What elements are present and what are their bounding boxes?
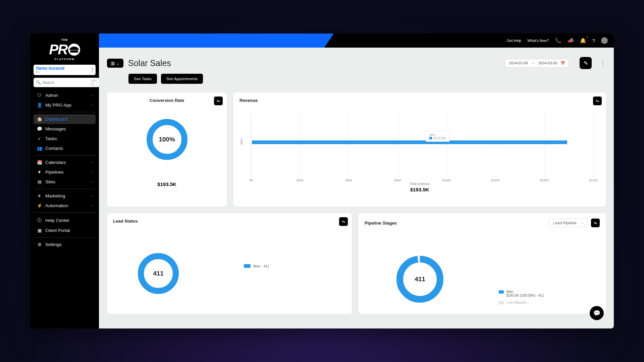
revenue-bar-chart: Won Won $193,500 $0$30K$60K$90K$120K$150… [251, 114, 592, 178]
legend-item: Won $193.5K (100.00%) - 411 [499, 290, 544, 297]
sidebar-item-helpcenter[interactable]: ⓘ Help Center [34, 215, 96, 226]
search-icon: 🔍 [36, 80, 41, 85]
logo-top: THE [61, 38, 68, 42]
shield-icon: 🛡 [37, 93, 42, 98]
sliders-icon: ⇋ [594, 221, 597, 225]
sidebar-item-settings[interactable]: ⚙ Settings [34, 240, 96, 249]
sidebar-item-marketing[interactable]: ✈ Marketing › [34, 191, 96, 201]
sidebar-item-contacts[interactable]: 👥 Contacts [34, 143, 96, 153]
account-selector[interactable]: Demo Account NY ▴▾ [34, 65, 96, 75]
layers-icon: ▤ [37, 179, 42, 184]
logo-sub: PLATFORM [55, 58, 75, 61]
x-tick-label: $30K [297, 179, 304, 182]
sidebar-item-clientportal[interactable]: ▦ Client Portal [34, 226, 96, 235]
see-appointments-button[interactable]: See Appointments [161, 74, 203, 84]
y-tick-label: Won [240, 138, 243, 144]
send-icon: ✈ [37, 193, 42, 198]
revenue-total-label: Total revenue [239, 182, 600, 186]
pencil-icon: ✎ [584, 60, 588, 66]
chart-tooltip: Won $193,500 [426, 131, 450, 142]
kbd-hint: ctrl K [91, 79, 97, 86]
chat-icon: 💬 [37, 126, 42, 131]
chat-fab[interactable]: 💬 [590, 306, 604, 320]
whats-new-link[interactable]: What's New? [527, 39, 549, 43]
x-tick-label: $60K [345, 179, 353, 182]
card-settings-button[interactable]: ⇋ [339, 217, 348, 226]
conversion-amount: $193.5K [157, 181, 176, 187]
revenue-amount: $193.5K [239, 187, 600, 192]
chat-icon: 💬 [593, 310, 600, 317]
sliders-icon: ⇋ [342, 219, 345, 224]
date-range-picker[interactable]: 2024-02-08 → 2024-03-09 📅 [505, 59, 569, 67]
lead-status-value: 411 [137, 252, 180, 295]
megaphone-icon[interactable]: 📣 [568, 38, 574, 44]
pipeline-value: 411 [395, 254, 445, 304]
conversion-donut-chart: 100% [145, 118, 189, 161]
avatar[interactable] [601, 37, 608, 44]
chevron-right-icon: › [91, 103, 92, 107]
x-tick-label: $180K [540, 179, 549, 182]
topbar-accent [99, 34, 334, 48]
date-from: 2024-02-08 [509, 61, 528, 65]
chevron-right-icon: › [91, 204, 92, 207]
sidebar: THE PR PLATFORM Demo Account NY ▴▾ 🔍 ctr… [30, 34, 99, 328]
sidebar-item-dashboard[interactable]: 🏠 Dashboard [34, 114, 96, 124]
gear-icon: ⚙ [37, 242, 42, 247]
edit-button[interactable]: ✎ [580, 57, 592, 69]
legend-swatch [499, 301, 504, 304]
chevron-right-icon: › [91, 161, 92, 164]
x-tick-label: $120K [442, 179, 451, 182]
chevron-right-icon: › [91, 94, 92, 97]
bell-icon[interactable]: 🔔1 [580, 38, 586, 44]
calendar-icon: 📅 [37, 160, 42, 165]
revenue-bar [252, 140, 567, 144]
layout-icon: ▥ [111, 61, 115, 66]
sidebar-item-myapp[interactable]: 👤 My PRO App › [34, 100, 96, 110]
sidebar-item-tasks[interactable]: ✓ Tasks [34, 134, 96, 143]
chevron-right-icon: › [91, 170, 92, 174]
home-icon: 🏠 [37, 117, 42, 122]
arrow-right-icon: → [531, 61, 535, 65]
see-tasks-button[interactable]: See Tasks [128, 74, 157, 84]
sidebar-item-automation[interactable]: ⚡ Automation › [34, 201, 96, 210]
x-tick-label: $150K [491, 179, 500, 182]
pipeline-legend: Won $193.5K (100.00%) - 411 Lost /Abando… [499, 290, 544, 304]
legend-item: Lost /Abando... [499, 301, 544, 304]
get-help-link[interactable]: Get Help [507, 39, 521, 43]
dashboard-selector[interactable]: ▥ ⌄ [107, 59, 123, 68]
chevron-updown-icon: ▴▾ [92, 67, 94, 72]
sidebar-item-messages[interactable]: 💬 Messages [34, 124, 96, 134]
card-settings-button[interactable]: ⇋ [591, 219, 600, 227]
notification-badge: 1 [586, 36, 588, 39]
card-settings-button[interactable]: ⇋ [593, 97, 602, 105]
bolt-icon: ⚡ [37, 203, 42, 208]
sidebar-item-admin[interactable]: 🛡 Admin › [34, 90, 96, 100]
x-tick-label: $210K [589, 179, 598, 182]
sliders-icon: ⇋ [217, 99, 220, 103]
legend-swatch [244, 264, 251, 268]
sidebar-item-calendars[interactable]: 📅 Calendars › [34, 158, 96, 167]
sidebar-item-pipelines[interactable]: ▼ Pipelines › [34, 167, 96, 177]
legend-item: Won - 411 [244, 264, 269, 268]
chevron-right-icon: › [91, 194, 92, 198]
x-tick-label: $90K [394, 179, 401, 182]
more-button[interactable]: ⋮ [600, 59, 606, 67]
check-icon: ✓ [37, 136, 42, 141]
pipeline-select[interactable]: Lead Pipeline [549, 219, 588, 227]
contacts-icon: 👥 [37, 146, 42, 151]
info-icon: ⓘ [37, 217, 42, 223]
help-icon[interactable]: ? [592, 38, 595, 44]
lead-status-card: Lead Status ⇋ 411 Won - 411 [107, 213, 352, 314]
x-tick-label: $0 [250, 179, 253, 182]
card-settings-button[interactable]: ⇋ [214, 97, 223, 105]
pipeline-stages-card: Pipeline Stages Lead Pipeline ⇋ 411 [359, 213, 606, 314]
logo-icon [68, 44, 80, 56]
search-input[interactable]: 🔍 ctrl K [34, 78, 99, 87]
card-title: Pipeline Stages [365, 221, 397, 226]
date-to: 2024-03-09 [538, 61, 557, 65]
phone-icon[interactable]: 📞 [555, 38, 561, 44]
sidebar-item-sites[interactable]: ▤ Sites › [34, 177, 96, 187]
logo-text: PR [49, 42, 67, 58]
funnel-icon: ▼ [37, 170, 42, 175]
conversion-rate-card: Conversion Rate ⇋ 100% $193.5K [107, 93, 227, 206]
